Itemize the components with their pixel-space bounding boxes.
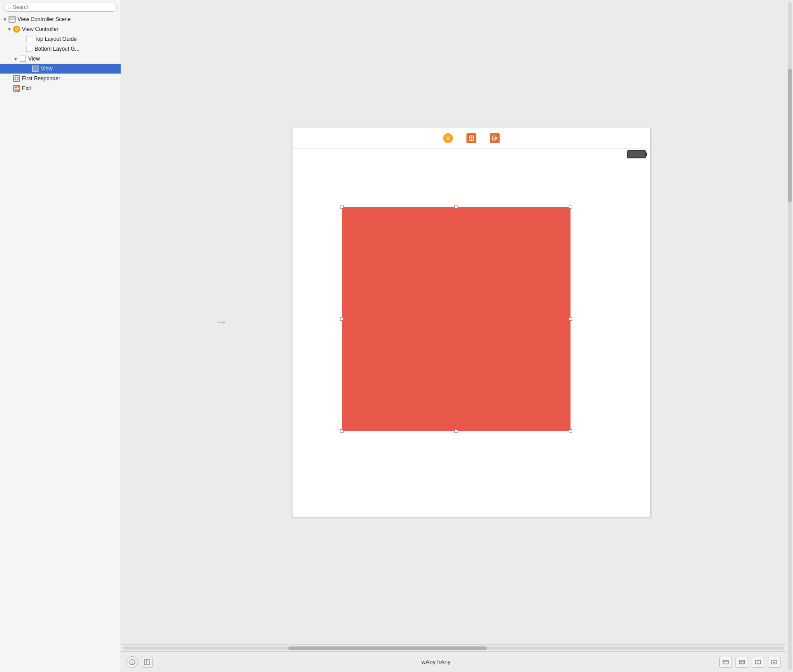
search-icon: ⌕: [8, 4, 11, 10]
vertical-scroll-thumb[interactable]: [788, 69, 792, 202]
toolbar-vc-badge: V: [443, 133, 453, 143]
toolbar-vc-icon[interactable]: V: [443, 133, 453, 143]
handle-bottom-left[interactable]: [340, 429, 344, 433]
first-responder-icon: [13, 74, 21, 83]
canvas-scroll-area[interactable]: → V: [121, 0, 786, 644]
expand-arrow-view: ▼: [13, 57, 19, 61]
sidebar-item-view-child[interactable]: ▶ View: [0, 64, 121, 74]
entry-arrow: →: [215, 315, 228, 329]
main-area: ⌕ ▼ View Controller Scene ▼ V View Contr…: [0, 0, 793, 672]
canvas-area: → V: [121, 0, 786, 672]
sidebar-item-exit[interactable]: ▶ Exit: [0, 83, 121, 93]
expand-arrow-vc: ▼: [6, 27, 13, 32]
bottom-bar-center: wAny hAny: [421, 659, 450, 665]
iphone-toolbar: V: [292, 127, 650, 149]
sidebar-toggle-button[interactable]: [142, 657, 152, 668]
first-responder-label: First Responder: [22, 75, 121, 82]
expand-arrow-scene: ▼: [2, 17, 8, 22]
bottom-scrollbar[interactable]: [121, 644, 786, 651]
handle-bottom-right[interactable]: [569, 429, 572, 433]
sidebar-item-view-controller[interactable]: ▼ V View Controller: [0, 24, 121, 34]
top-layout-label: Top Layout Guide: [35, 36, 121, 42]
battery-icon: [627, 150, 646, 158]
svg-rect-16: [723, 660, 728, 664]
bottom-bar-left: i: [126, 656, 152, 668]
layout-btn-3[interactable]: [752, 657, 764, 668]
sidebar-search[interactable]: ⌕: [4, 3, 117, 12]
vc-label: View Controller: [22, 26, 121, 32]
horizontal-scroll-thumb[interactable]: [288, 646, 487, 650]
sidebar-item-bottom-layout-guide[interactable]: ▶ Bottom Layout G...: [0, 44, 121, 54]
handle-middle-left[interactable]: [340, 317, 344, 321]
bottom-layout-icon: [25, 45, 33, 53]
handle-middle-right[interactable]: [569, 317, 572, 321]
status-bar: [627, 149, 646, 160]
iphone-content: [292, 160, 650, 517]
sidebar-item-view-controller-scene[interactable]: ▼ View Controller Scene: [0, 14, 121, 24]
toolbar-exit-icon[interactable]: [490, 133, 500, 143]
search-input[interactable]: [13, 4, 113, 10]
size-label: wAny hAny: [421, 659, 450, 665]
view-child-icon: [31, 65, 39, 73]
handle-bottom-center[interactable]: [454, 429, 458, 433]
toolbar-cube-icon[interactable]: [466, 133, 476, 143]
view-parent-icon: [19, 55, 27, 63]
exit-label: Exit: [22, 85, 121, 92]
handle-top-right[interactable]: [569, 205, 572, 209]
handle-top-left[interactable]: [340, 205, 344, 209]
bottom-bar-right: [719, 657, 780, 668]
info-button[interactable]: i: [126, 656, 138, 668]
bottom-layout-label: Bottom Layout G...: [35, 46, 121, 52]
vertical-scroll-track[interactable]: [788, 2, 792, 670]
view-parent-label: View: [28, 56, 121, 62]
horizontal-scroll-track[interactable]: [123, 646, 784, 650]
layout-btn-2[interactable]: [736, 657, 748, 668]
vc-icon: V: [13, 25, 21, 33]
iphone-frame: V: [292, 127, 651, 517]
sidebar-item-view-parent[interactable]: ▼ View: [0, 54, 121, 64]
svg-text:i: i: [132, 660, 133, 665]
scene-label: View Controller Scene: [17, 16, 121, 22]
red-view[interactable]: [342, 207, 571, 431]
bottom-bar: i wAny hAny: [121, 651, 786, 672]
handle-top-center[interactable]: [454, 205, 458, 209]
sidebar-item-top-layout-guide[interactable]: ▶ Top Layout Guide: [0, 34, 121, 44]
svg-rect-18: [739, 660, 745, 664]
sidebar: ⌕ ▼ View Controller Scene ▼ V View Contr…: [0, 0, 121, 672]
layout-btn-1[interactable]: [719, 657, 732, 668]
toolbar-exit-badge: [490, 133, 500, 143]
svg-rect-14: [144, 659, 150, 665]
svg-rect-1: [10, 17, 14, 20]
toolbar-cube-badge: [466, 133, 476, 143]
top-layout-icon: [25, 35, 33, 43]
layout-btn-4[interactable]: [768, 657, 780, 668]
right-scrollbar[interactable]: [786, 0, 793, 672]
scene-icon: [8, 15, 16, 23]
sidebar-item-first-responder[interactable]: ▶ First Responder: [0, 74, 121, 83]
view-child-label: View: [41, 65, 121, 72]
exit-icon: [13, 84, 21, 92]
